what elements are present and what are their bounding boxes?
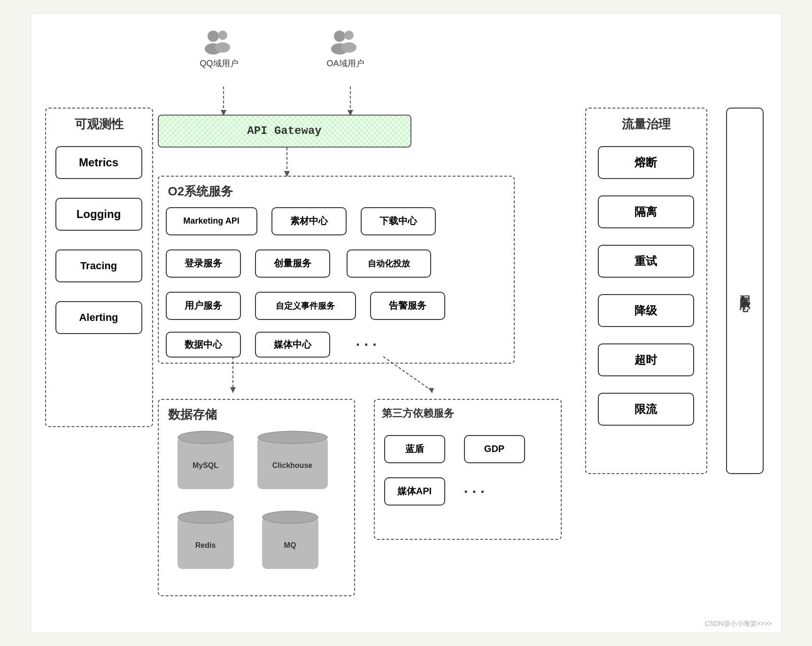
alerting-label: Alerting [79, 311, 118, 324]
zidingyi-label: 自定义事件服务 [276, 300, 335, 311]
mysql-label: MySQL [193, 461, 218, 470]
meiti-api-label: 媒体API [397, 485, 432, 498]
chuangliang-box: 创量服务 [255, 249, 330, 278]
config-center-box: 配置中心 [726, 108, 764, 474]
xiazai-label: 下载中心 [379, 215, 417, 227]
o2-system-box: O2系统服务 Marketing API 素材中心 下载中心 登录服务 创量服务… [158, 176, 515, 364]
svg-marker-9 [428, 388, 434, 393]
shuju-label: 数据中心 [185, 338, 222, 351]
mq-db: MQ [262, 517, 323, 578]
config-center-label: 配置中心 [738, 287, 752, 295]
ellipsis-2: · · · [464, 477, 485, 506]
metrics-box: Metrics [55, 146, 142, 179]
observability-box: 可观测性 Metrics Logging Tracing Alerting [45, 108, 153, 427]
svg-point-14 [334, 31, 345, 42]
meiti-label: 媒体中心 [274, 338, 311, 351]
gdp-label: GDP [484, 444, 504, 454]
third-party-box: 第三方依赖服务 蓝盾 GDP 媒体API · · · [374, 399, 562, 540]
svg-point-17 [341, 42, 356, 53]
main-canvas: QQ域用户 OA域用户 API Gateway 可观测性 Metrics Log… [31, 13, 782, 633]
lanshun-box: 蓝盾 [384, 435, 445, 463]
flow-control-title: 流量治理 [622, 116, 671, 132]
rongduan-box: 熔断 [598, 146, 694, 179]
chongshi-box: 重试 [598, 245, 694, 278]
zidonghua-label: 自动化投放 [368, 258, 410, 269]
xianliu-label: 限流 [634, 402, 657, 417]
svg-marker-7 [230, 387, 236, 393]
denglu-label: 登录服务 [185, 257, 222, 270]
redis-label: Redis [195, 541, 216, 550]
lanshun-label: 蓝盾 [405, 443, 424, 455]
jiangjie-label: 降级 [634, 303, 657, 318]
marketing-api-box: Marketing API [166, 207, 257, 235]
qq-user-group: QQ域用户 [200, 28, 239, 69]
tracing-box: Tracing [55, 249, 142, 282]
observability-title: 可观测性 [75, 116, 124, 132]
flow-control-box: 流量治理 熔断 隔离 重试 降级 超时 限流 [585, 108, 707, 474]
alerting-box: Alerting [55, 301, 142, 334]
geli-label: 隔离 [634, 204, 657, 219]
yonghu-label: 用户服务 [185, 299, 222, 312]
o2-system-title: O2系统服务 [168, 183, 233, 200]
svg-point-13 [215, 42, 230, 53]
tracing-label: Tracing [80, 260, 117, 272]
third-party-title: 第三方依赖服务 [382, 406, 454, 420]
ellipsis-1: · · · [356, 332, 377, 358]
oa-user-group: OA域用户 [327, 28, 364, 69]
api-gateway-box: API Gateway [158, 115, 411, 148]
denglu-box: 登录服务 [166, 249, 241, 278]
gaojing-box: 告警服务 [370, 292, 445, 320]
qq-user-label: QQ域用户 [200, 58, 239, 69]
api-gateway-label: API Gateway [247, 125, 321, 137]
logging-box: Logging [55, 198, 142, 231]
mq-label: MQ [284, 541, 296, 550]
zidingyi-box: 自定义事件服务 [255, 292, 356, 320]
redis-db: Redis [178, 517, 239, 578]
svg-point-10 [208, 31, 219, 42]
geli-box: 隔离 [598, 195, 694, 228]
chongshi-label: 重试 [634, 254, 657, 269]
rongduan-label: 熔断 [634, 155, 657, 170]
yonghu-box: 用户服务 [166, 292, 241, 320]
jiangjie-box: 降级 [598, 294, 694, 327]
sucai-box: 素材中心 [271, 207, 347, 235]
clickhouse-db: Clickhouse [257, 437, 335, 498]
logging-label: Logging [77, 208, 121, 221]
data-storage-box: 数据存储 MySQL Clickhouse Redis [158, 399, 355, 596]
shuju-box: 数据中心 [166, 332, 241, 358]
svg-point-12 [218, 31, 227, 40]
meiti-box: 媒体中心 [255, 332, 330, 358]
chuangliang-label: 创量服务 [274, 257, 311, 270]
gdp-box: GDP [464, 435, 525, 463]
zidonghua-box: 自动化投放 [347, 249, 431, 278]
meiti-api-box: 媒体API [384, 477, 445, 506]
qq-user-icon [203, 28, 236, 56]
data-storage-title: 数据存储 [168, 406, 217, 423]
gaojing-label: 告警服务 [389, 299, 426, 312]
xianliu-box: 限流 [598, 393, 694, 426]
mysql-db: MySQL [178, 437, 239, 498]
oa-user-label: OA域用户 [327, 58, 364, 69]
sucai-label: 素材中心 [290, 215, 328, 227]
marketing-api-label: Marketing API [183, 216, 239, 226]
watermark: CSDN@小小海棠>>>> [705, 620, 772, 628]
metrics-label: Metrics [79, 156, 118, 169]
chaoshi-box: 超时 [598, 343, 694, 376]
xiazai-box: 下载中心 [361, 207, 436, 235]
chaoshi-label: 超时 [634, 352, 657, 367]
oa-user-icon [329, 28, 362, 56]
svg-point-16 [344, 31, 354, 40]
clickhouse-label: Clickhouse [272, 461, 312, 470]
